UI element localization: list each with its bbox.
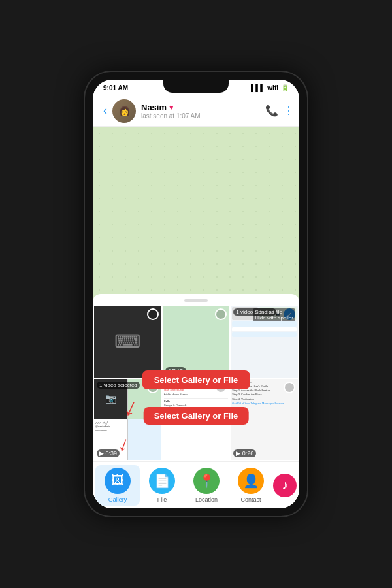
contact-icon: 👤 — [243, 473, 259, 489]
gallery-item[interactable]: Hi 😊 AR ID — [163, 306, 230, 378]
bottom-sheet: ⌨ Hi 😊 AR ID — [93, 294, 299, 508]
file-icon: 📄 — [154, 473, 171, 489]
location-label: Location — [195, 497, 218, 503]
call-button[interactable]: 📞 — [265, 105, 278, 117]
phone-screen: 9:01 AM ▌▌▌ wifi 🔋 ‹ 👩 Nasim ♥ last seen… — [93, 80, 299, 508]
heart-icon: ♥ — [169, 103, 174, 111]
duration-badge: AR ID — [165, 367, 186, 375]
wifi-icon: wifi — [267, 84, 278, 91]
header-actions: 📞 ⋮ — [265, 105, 294, 117]
contact-name: Nasim ♥ — [141, 103, 265, 112]
more-icon-circle: ♪ — [273, 474, 297, 497]
select-circle — [147, 382, 159, 393]
contact-action-item[interactable]: 👤 Contact — [229, 465, 273, 506]
file-icon-circle: 📄 — [149, 468, 175, 494]
contact-label: Contact — [240, 497, 261, 503]
options-icon: ⋮ — [140, 382, 146, 388]
selected-badge: 1 video selected — [97, 382, 140, 389]
mini-bubble: Hi 😊 — [215, 370, 228, 376]
contact-info: Nasim ♥ last seen at 1:07 AM — [141, 103, 265, 120]
gallery-label: Gallery — [108, 497, 127, 503]
select-circle — [284, 382, 295, 393]
sheet-handle — [184, 299, 208, 302]
file-label: File — [157, 497, 167, 503]
select-circle — [215, 382, 227, 393]
chat-header: ‹ 👩 Nasim ♥ last seen at 1:07 AM 📞 ⋮ — [93, 95, 299, 127]
status-time: 9:01 AM — [103, 84, 128, 91]
signal-icon: ▌▌▌ — [251, 84, 265, 91]
location-icon-circle: 📍 — [193, 468, 220, 494]
gallery-item[interactable]: ⌨ — [94, 306, 161, 378]
gallery-icon-circle: 🖼 — [105, 468, 131, 494]
location-icon: 📍 — [199, 473, 215, 489]
more-button[interactable]: ⋮ — [284, 105, 294, 117]
select-label: Select Gallery or File — [144, 407, 249, 425]
more-action-item[interactable]: ♪ — [273, 471, 297, 500]
gallery-item[interactable]: 📷 ✓ 1 video selected Send as fileHide wi… — [231, 306, 298, 378]
quad4 — [128, 419, 161, 460]
more-icon: ♪ — [282, 478, 288, 493]
phone-notch — [163, 80, 229, 93]
avatar: 👩 — [112, 99, 136, 123]
chat-area: ⌨ Hi 😊 AR ID — [93, 127, 299, 508]
send-options: Send as fileHide with spoiler — [253, 308, 295, 321]
status-icons: ▌▌▌ wifi 🔋 — [251, 84, 289, 91]
avatar-image: 👩 — [112, 99, 136, 123]
battery-icon: 🔋 — [281, 84, 289, 91]
phone-frame: 9:01 AM ▌▌▌ wifi 🔋 ‹ 👩 Nasim ♥ last seen… — [85, 72, 307, 516]
gallery-action-item[interactable]: 🖼 Gallery — [95, 465, 140, 506]
gallery-icon: 🖼 — [111, 473, 124, 488]
duration-badge: ▶ 0:26 — [233, 449, 256, 457]
action-bar: 🖼 Gallery 📄 File 📍 Locat — [93, 461, 299, 508]
file-action-item[interactable]: 📄 File — [140, 465, 184, 506]
location-action-item[interactable]: 📍 Location — [184, 465, 229, 506]
contact-icon-circle: 👤 — [238, 468, 264, 494]
back-button[interactable]: ‹ — [98, 101, 112, 120]
contact-status: last seen at 1:07 AM — [141, 112, 265, 120]
select-circle — [147, 308, 159, 320]
